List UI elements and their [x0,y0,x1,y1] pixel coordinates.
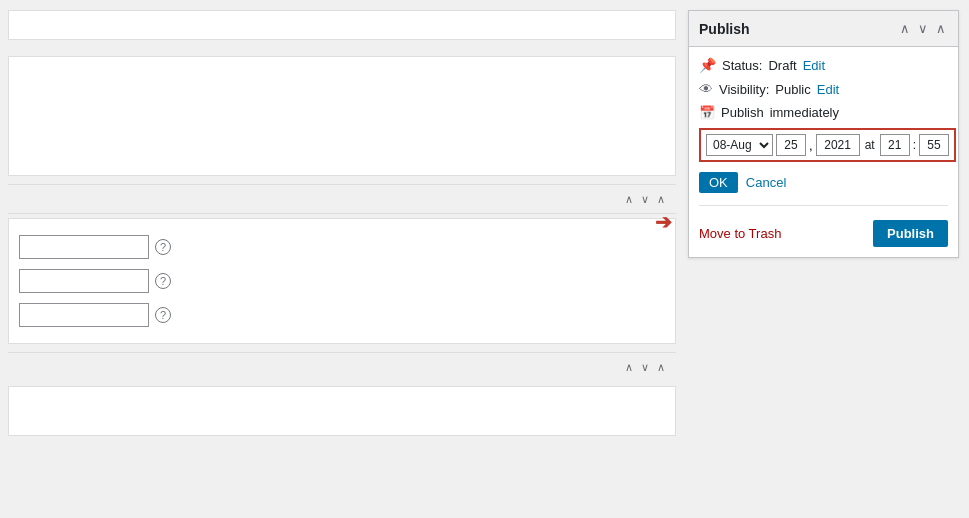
publish-box: Publish ∧ ∨ ∧ 📌 Status: Draft Edit [688,10,959,258]
page-wrapper: ∧ ∨ ∧ ? ? ? [0,0,969,518]
status-value: Draft [768,58,796,73]
date-comma: , [809,138,813,153]
collapse-icons-1: ∧ ∨ ∧ [622,191,668,208]
help-icon-2[interactable]: ? [155,273,171,289]
at-label: at [863,138,877,152]
section-collapse-bar-1: ∧ ∨ ∧ [8,184,676,214]
ok-button[interactable]: OK [699,172,738,193]
bottom-section [8,386,676,436]
title-input-area [8,10,676,40]
field-row-1: ? [19,235,665,259]
fields-section: ? ? ? [8,218,676,344]
status-label: Status: [722,58,762,73]
spacer [8,44,676,52]
visibility-icon: 👁 [699,81,713,97]
day-input[interactable] [776,134,806,156]
visibility-value: Public [775,82,810,97]
move-to-trash-link[interactable]: Move to Trash [699,226,781,241]
help-icon-1[interactable]: ? [155,239,171,255]
right-panel: Publish ∧ ∨ ∧ 📌 Status: Draft Edit [684,0,969,518]
editor-box[interactable] [8,56,676,176]
main-content: ∧ ∨ ∧ ? ? ? [0,0,684,518]
status-edit-link[interactable]: Edit [803,58,825,73]
publish-time-label: Publish [721,105,764,120]
publish-divider [699,205,948,206]
status-row: 📌 Status: Draft Edit [699,57,948,73]
calendar-icon: 📅 [699,105,715,120]
visibility-row: 👁 Visibility: Public Edit [699,81,948,97]
ok-cancel-row: OK Cancel [699,172,948,193]
field-input-1[interactable] [19,235,149,259]
visibility-edit-link[interactable]: Edit [817,82,839,97]
header-down-icon[interactable]: ∨ [916,19,930,38]
publish-time-sub: immediately [770,105,839,120]
cancel-link[interactable]: Cancel [746,175,786,190]
arrow-indicator: ➔ [655,210,672,234]
field-row-3: ? [19,303,665,327]
help-icon-3[interactable]: ? [155,307,171,323]
field-row-2: ? [19,269,665,293]
datetime-row: 08-Aug 01-Jan 02-Feb 03-Mar 04-Apr 05-Ma… [699,128,956,162]
publish-body: 📌 Status: Draft Edit 👁 Visibility: Publi… [689,47,958,257]
field-input-2[interactable] [19,269,149,293]
publish-button[interactable]: Publish [873,220,948,247]
publish-title: Publish [699,21,750,37]
hour-input[interactable] [880,134,910,156]
collapse-up-1[interactable]: ∧ [622,191,636,208]
header-up-icon[interactable]: ∧ [898,19,912,38]
colon-separator: : [913,138,916,152]
status-icon: 📌 [699,57,716,73]
year-input[interactable] [816,134,860,156]
collapse-up-2[interactable]: ∧ [622,359,636,376]
collapse-down-1[interactable]: ∨ [638,191,652,208]
field-input-3[interactable] [19,303,149,327]
publish-header: Publish ∧ ∨ ∧ [689,11,958,47]
section-collapse-bar-2: ∧ ∨ ∧ [8,352,676,382]
publish-footer: Move to Trash Publish [699,214,948,247]
publish-immediately-row: 📅 Publish immediately [699,105,948,120]
collapse-toggle-2[interactable]: ∧ [654,359,668,376]
editor-section [8,56,676,176]
collapse-toggle-1[interactable]: ∧ [654,191,668,208]
month-select[interactable]: 08-Aug 01-Jan 02-Feb 03-Mar 04-Apr 05-Ma… [706,134,773,156]
publish-header-icons: ∧ ∨ ∧ [898,19,948,38]
collapse-down-2[interactable]: ∨ [638,359,652,376]
header-toggle-icon[interactable]: ∧ [934,19,948,38]
visibility-label: Visibility: [719,82,769,97]
minute-input[interactable] [919,134,949,156]
collapse-icons-2: ∧ ∨ ∧ [622,359,668,376]
